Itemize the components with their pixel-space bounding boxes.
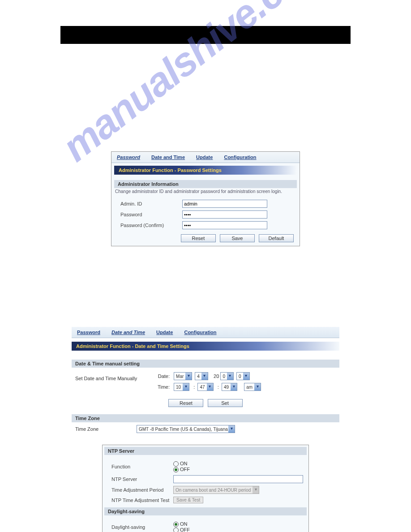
subheader: Administrator Function - Password Settin… bbox=[114, 166, 297, 175]
ntp-server-label: NTP Server bbox=[106, 476, 173, 482]
tab-date-time2[interactable]: Date and Time bbox=[109, 329, 148, 336]
manual-desc: Set Date and Time Manually bbox=[72, 371, 146, 393]
ntp-panel: NTP Server Function ON OFF NTP Server Ti… bbox=[102, 445, 309, 532]
password-label: Password bbox=[115, 212, 182, 217]
month-select[interactable]: Mar▾ bbox=[174, 372, 192, 380]
reset-button2[interactable]: Reset bbox=[168, 399, 203, 407]
tab-password[interactable]: Password bbox=[114, 154, 143, 161]
ntp-server-input[interactable] bbox=[173, 475, 303, 483]
ds-on-radio[interactable] bbox=[173, 522, 179, 527]
tabs-bar2: Password Date and Time Update Configurat… bbox=[72, 327, 339, 338]
tab-update2[interactable]: Update bbox=[154, 329, 176, 336]
century-text: 20 bbox=[214, 373, 219, 379]
day-select[interactable]: 4▾ bbox=[195, 372, 208, 380]
off-label2: OFF bbox=[180, 527, 190, 532]
password-input[interactable] bbox=[182, 210, 267, 219]
yy2-select[interactable]: 0▾ bbox=[236, 372, 250, 380]
tabs-bar: Password Date and Time Update Configurat… bbox=[111, 152, 300, 163]
reset-button[interactable]: Reset bbox=[181, 234, 216, 242]
section-head: Administrator Information bbox=[114, 180, 297, 188]
ntp-test-label: NTP Time Adjustment Test bbox=[106, 498, 173, 503]
mm-select[interactable]: 47▾ bbox=[197, 383, 213, 391]
ds-head: Daylight-saving bbox=[104, 507, 307, 515]
hh-select[interactable]: 10▾ bbox=[174, 383, 189, 391]
admin-id-label: Admin. ID bbox=[115, 201, 182, 206]
time-label: Time: bbox=[146, 384, 172, 390]
ntp-head: NTP Server bbox=[104, 447, 307, 455]
ntp-on-radio[interactable] bbox=[173, 461, 179, 467]
on-label2: ON bbox=[180, 521, 188, 527]
manual-head: Date & Time manual setting bbox=[72, 360, 339, 368]
save-button[interactable]: Save bbox=[220, 234, 255, 242]
ss-select[interactable]: 49▾ bbox=[222, 383, 237, 391]
password-panel: Password Date and Time Update Configurat… bbox=[111, 151, 300, 246]
ds-off-radio[interactable] bbox=[173, 528, 179, 532]
admin-id-input[interactable] bbox=[182, 200, 267, 208]
subheader2-text: Administrator Function - Date and Time S… bbox=[76, 343, 189, 349]
ds-label: Daylight-saving bbox=[106, 524, 173, 530]
tz-head: Time Zone bbox=[72, 414, 339, 422]
subheader2: Administrator Function - Date and Time S… bbox=[72, 342, 339, 351]
date-label: Date: bbox=[146, 373, 172, 379]
default-button[interactable]: Default bbox=[259, 234, 294, 242]
password-confirm-label: Password (Confirm) bbox=[115, 223, 182, 228]
tap-label: Time Adjustment Period bbox=[106, 487, 173, 493]
save-test-button: Save & Test bbox=[173, 497, 203, 503]
tap-select: On camera boot and 24-HOUR period▾ bbox=[173, 486, 259, 494]
tz-label: Time Zone bbox=[72, 426, 137, 432]
function-label: Function bbox=[106, 464, 173, 469]
ntp-off-radio[interactable] bbox=[173, 467, 179, 472]
yy1-select[interactable]: 0▾ bbox=[220, 372, 234, 380]
off-label: OFF bbox=[180, 467, 190, 472]
set-button[interactable]: Set bbox=[208, 399, 243, 407]
tab-password2[interactable]: Password bbox=[74, 329, 103, 336]
password-confirm-input[interactable] bbox=[182, 221, 267, 229]
on-label: ON bbox=[180, 461, 188, 466]
tab-configuration[interactable]: Configuration bbox=[221, 154, 259, 161]
tab-date-time[interactable]: Date and Time bbox=[149, 154, 188, 161]
tab-configuration2[interactable]: Configuration bbox=[181, 329, 219, 336]
datetime-panel: Password Date and Time Update Configurat… bbox=[72, 327, 339, 436]
header-black-bar bbox=[60, 26, 351, 44]
ampm-select[interactable]: am▾ bbox=[244, 383, 261, 391]
section-desc: Change administrator ID and administrato… bbox=[111, 188, 300, 196]
tab-update[interactable]: Update bbox=[193, 154, 215, 161]
tz-select[interactable]: GMT -8 Pacific Time (US & Canada), Tijua… bbox=[137, 425, 235, 433]
